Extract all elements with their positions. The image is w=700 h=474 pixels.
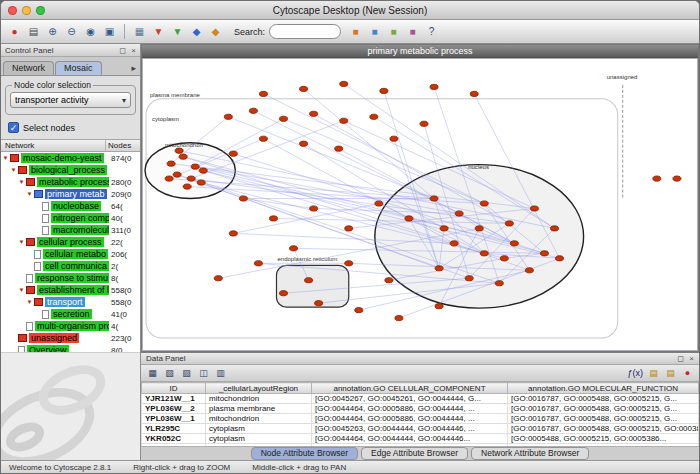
network-node[interactable]: [191, 164, 199, 169]
clear-table-icon[interactable]: ●: [680, 366, 695, 380]
tree-row[interactable]: ▼metabolic process280(0: [1, 176, 140, 188]
column-header[interactable]: annotation.GO MOLECULAR_FUNCTION: [508, 383, 699, 394]
vizmapper-icon[interactable]: ◆: [207, 23, 224, 40]
tree-row[interactable]: ▼primary metab209(0: [1, 188, 140, 200]
table-cell[interactable]: [GO:0044464, GO:0044444, GO:0044446...: [312, 434, 508, 444]
network-node[interactable]: [310, 111, 318, 116]
table-row[interactable]: YJR121W__1mitochondrion[GO:0045267, GO:0…: [142, 394, 699, 404]
network-node[interactable]: [450, 241, 458, 246]
network-node[interactable]: [653, 176, 661, 181]
export-table-icon[interactable]: ▤: [663, 366, 678, 380]
tree-row[interactable]: nucleobase64(: [1, 200, 140, 212]
network-node[interactable]: [173, 172, 181, 177]
select-attributes-icon[interactable]: ▦: [145, 366, 160, 380]
table-cell[interactable]: YJR121W__1: [142, 394, 206, 404]
chevron-right-icon[interactable]: ▸: [129, 63, 138, 75]
table-row[interactable]: YLR295Ccytoplasm[GO:0045263, GO:0044444,…: [142, 424, 699, 434]
tree-row[interactable]: cell communica2(: [1, 260, 140, 272]
zoom-in-icon[interactable]: ⊕: [44, 23, 61, 40]
import-table-icon[interactable]: ▤: [646, 366, 661, 380]
network-node[interactable]: [315, 301, 323, 306]
network-node[interactable]: [229, 151, 237, 156]
network-node[interactable]: [370, 114, 378, 119]
tab-network-attribute-browser[interactable]: Network Attribute Browser: [471, 447, 589, 460]
table-cell[interactable]: [GO:0016787, GO:0005488, GO:0005215, G..…: [508, 414, 699, 424]
network-node[interactable]: [345, 226, 353, 231]
expander-icon[interactable]: ▼: [25, 191, 34, 197]
table-cell[interactable]: cytoplasm: [206, 434, 312, 444]
network-node[interactable]: [495, 281, 503, 286]
tree-row[interactable]: response to stimu8(: [1, 272, 140, 284]
network-node[interactable]: [310, 206, 318, 211]
network-node[interactable]: [390, 136, 398, 141]
network-node[interactable]: [455, 211, 463, 216]
network-node[interactable]: [300, 141, 308, 146]
expander-icon[interactable]: ▼: [25, 299, 34, 305]
network-node[interactable]: [480, 201, 488, 206]
column-header[interactable]: ID: [142, 383, 206, 394]
plugin-c-icon[interactable]: ■: [404, 23, 421, 40]
close-icon[interactable]: ×: [689, 354, 694, 363]
table-cell[interactable]: [GO:0044464, GO:0005886, GO:0044444, ...: [312, 414, 508, 424]
network-node[interactable]: [269, 216, 277, 221]
table-cell[interactable]: [GO:0044464, GO:0005886, GO:0044444, ...: [312, 404, 508, 414]
network-node[interactable]: [395, 316, 403, 321]
tree-header-network[interactable]: Network: [1, 140, 106, 151]
create-attribute-icon[interactable]: ▧: [162, 366, 177, 380]
network-view-title[interactable]: primary metabolic process: [142, 45, 698, 58]
network-node[interactable]: [380, 88, 388, 93]
network-node[interactable]: [290, 246, 298, 251]
network-node[interactable]: [239, 196, 247, 201]
network-node[interactable]: [510, 241, 518, 246]
formula-builder-icon[interactable]: ƒ(x): [627, 366, 645, 380]
network-node[interactable]: [480, 251, 488, 256]
tree-row[interactable]: ▼mosaic-demo-yeast874(0: [1, 152, 140, 164]
network-node[interactable]: [555, 256, 563, 261]
network-node[interactable]: [183, 184, 191, 189]
table-cell[interactable]: YLR295C: [142, 424, 206, 434]
tree-header-nodes[interactable]: Nodes: [106, 140, 140, 151]
expander-icon[interactable]: ▼: [17, 287, 26, 293]
table-row[interactable]: YKR052Ccytoplasm[GO:0044464, GO:0044444,…: [142, 434, 699, 444]
network-node[interactable]: [254, 261, 262, 266]
network-node[interactable]: [440, 226, 448, 231]
network-node[interactable]: [475, 226, 483, 231]
column-header[interactable]: annotation.GO CELLULAR_COMPONENT: [312, 383, 508, 394]
network-node[interactable]: [505, 221, 513, 226]
expander-icon[interactable]: ▼: [17, 239, 26, 245]
tree-row[interactable]: secretion41(0: [1, 308, 140, 320]
column-header[interactable]: _cellularLayoutRegion: [206, 383, 312, 394]
tree-row[interactable]: ▼biological_process: [1, 164, 140, 176]
network-node[interactable]: [279, 291, 287, 296]
print-icon[interactable]: ▤: [25, 23, 42, 40]
network-node[interactable]: [420, 121, 428, 126]
expander-icon[interactable]: ▼: [17, 179, 26, 185]
table-cell[interactable]: YPL036W__2: [142, 404, 206, 414]
network-node[interactable]: [340, 118, 348, 123]
network-node[interactable]: [305, 278, 313, 283]
tab-node-attribute-browser[interactable]: Node Attribute Browser: [251, 447, 358, 460]
network-node[interactable]: [673, 176, 681, 181]
tree-row[interactable]: unassigned223(0: [1, 332, 140, 344]
table-row[interactable]: YPL036W__1mitochondrion[GO:0044464, GO:0…: [142, 414, 699, 424]
network-node[interactable]: [435, 304, 443, 309]
tree-row[interactable]: multi-organism pro4(: [1, 320, 140, 332]
network-canvas-svg[interactable]: plasma membrane cytoplasm mitochondrion …: [143, 59, 697, 350]
table-import-icon[interactable]: ▼: [169, 23, 186, 40]
network-node[interactable]: [175, 148, 183, 153]
network-node[interactable]: [435, 266, 443, 271]
network-node[interactable]: [375, 201, 383, 206]
float-icon[interactable]: ◻: [677, 354, 684, 363]
maximize-window-button[interactable]: [36, 6, 45, 15]
session-icon[interactable]: ●: [6, 23, 23, 40]
trash-icon[interactable]: ▥: [213, 366, 228, 380]
table-cell[interactable]: [GO:0016787, GO:0005488, GO:0005215, GO:…: [508, 424, 699, 434]
network-node[interactable]: [224, 114, 232, 119]
network-node[interactable]: [355, 308, 363, 313]
zoom-out-icon[interactable]: ⊖: [63, 23, 80, 40]
tab-mosaic[interactable]: Mosaic: [55, 61, 102, 75]
float-icon[interactable]: ◻: [119, 46, 126, 55]
network-node[interactable]: [259, 136, 267, 141]
network-node[interactable]: [229, 231, 237, 236]
network-node[interactable]: [430, 84, 438, 89]
